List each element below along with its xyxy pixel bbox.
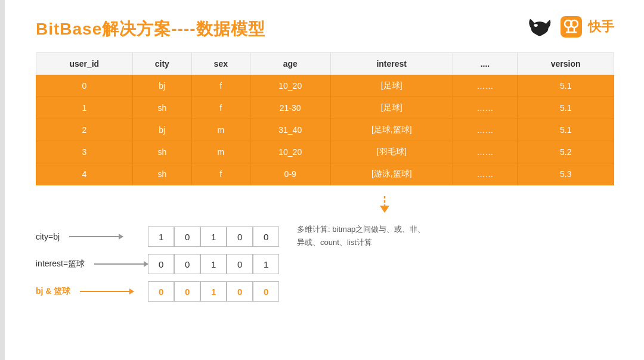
table-cell-r3-c1: sh	[132, 141, 191, 163]
table-cell-r1-c4: [足球]	[330, 97, 453, 119]
bitmap-row-0: 10100	[148, 223, 279, 250]
slide: BitBase解决方案----数据模型 快手 user_id city	[0, 0, 644, 360]
arrow-right-1	[94, 263, 148, 265]
bitmap-cell-r0-c4: 0	[253, 226, 279, 247]
arrow-right-0	[69, 236, 123, 237]
bitmap-column: 101000010100100	[148, 223, 279, 305]
table-row: 2bjm31_40[足球,篮球]……5.1	[36, 119, 614, 141]
table-cell-r1-c0: 1	[36, 97, 133, 119]
bitmap-cell-r0-c1: 0	[174, 226, 200, 247]
table-cell-r2-c2: m	[192, 119, 250, 141]
col-header-dots: ....	[453, 53, 518, 75]
table-row: 4shf0-9[游泳,篮球]……5.3	[36, 163, 614, 185]
labels-column: city=bjinterest=篮球bj & 篮球	[36, 223, 148, 305]
bitmap-cell-r1-c1: 0	[174, 254, 200, 274]
table-cell-r2-c1: bj	[132, 119, 191, 141]
kuaishou-icon	[561, 16, 582, 38]
bitmap-cell-r2-c0: 0	[148, 281, 174, 302]
col-header-version: version	[518, 53, 614, 75]
table-cell-r0-c0: 0	[36, 75, 133, 97]
table-cell-r3-c2: m	[192, 141, 250, 163]
col-header-interest: interest	[330, 53, 453, 75]
table-cell-r0-c2: f	[192, 75, 250, 97]
left-accent-bar	[0, 0, 5, 360]
table-cell-r0-c4: [足球]	[330, 75, 453, 97]
table-cell-r3-c6: 5.2	[518, 141, 614, 163]
bitmap-cell-r0-c0: 1	[148, 226, 174, 247]
arrow-down-icon	[375, 196, 394, 218]
table-row: 1shf21-30[足球]……5.1	[36, 97, 614, 119]
bottom-section: city=bjinterest=篮球bj & 篮球 10100001010010…	[36, 223, 614, 305]
note-text: 多维计算: bitmap之间做与、或、非、异或、count、list计算	[297, 223, 425, 249]
table-cell-r3-c3: 10_20	[250, 141, 330, 163]
table-cell-r0-c1: bj	[132, 75, 191, 97]
table-row: 0bjf10_20[足球]……5.1	[36, 75, 614, 97]
table-cell-r1-c1: sh	[132, 97, 191, 119]
label-row-0: city=bj	[36, 223, 148, 250]
table-cell-r2-c5: ……	[453, 119, 518, 141]
table-header-row: user_id city sex age interest .... versi…	[36, 53, 614, 75]
col-header-age: age	[250, 53, 330, 75]
table-cell-r4-c1: sh	[132, 163, 191, 185]
bitmap-cell-r2-c4: 0	[253, 281, 279, 302]
bitmap-cell-r1-c2: 1	[200, 254, 227, 274]
bitmap-cell-r1-c0: 0	[148, 254, 174, 274]
table-cell-r4-c6: 5.3	[518, 163, 614, 185]
label-row-2: bj & 篮球	[36, 278, 148, 305]
label-text-0: city=bj	[36, 232, 60, 241]
svg-marker-9	[380, 206, 389, 213]
label-row-1: interest=篮球	[36, 250, 148, 278]
table-row: 3shm10_20[羽毛球]……5.2	[36, 141, 614, 163]
bitmap-row-2: 00100	[148, 278, 279, 305]
table-cell-r2-c0: 2	[36, 119, 133, 141]
data-table: user_id city sex age interest .... versi…	[36, 52, 614, 185]
bitmap-cell-r0-c2: 1	[200, 226, 227, 247]
table-cell-r3-c0: 3	[36, 141, 133, 163]
label-text-2: bj & 篮球	[36, 286, 70, 297]
bitmap-cell-r1-c4: 1	[253, 254, 279, 274]
table-cell-r1-c3: 21-30	[250, 97, 330, 119]
table-cell-r4-c2: f	[192, 163, 250, 185]
note-column: 多维计算: bitmap之间做与、或、非、异或、count、list计算	[297, 223, 425, 249]
table-cell-r2-c6: 5.1	[518, 119, 614, 141]
table-cell-r0-c5: ……	[453, 75, 518, 97]
table-cell-r1-c5: ……	[453, 97, 518, 119]
table-cell-r3-c5: ……	[453, 141, 518, 163]
table-cell-r2-c3: 31_40	[250, 119, 330, 141]
table-cell-r1-c6: 5.1	[518, 97, 614, 119]
orca-icon	[525, 15, 555, 39]
bitmap-cell-r1-c3: 0	[227, 254, 253, 274]
svg-point-1	[534, 24, 537, 27]
table-cell-r2-c4: [足球,篮球]	[330, 119, 453, 141]
bitmap-row-1: 00101	[148, 250, 279, 278]
bitmap-cell-r2-c2: 1	[200, 281, 227, 302]
col-header-user_id: user_id	[36, 53, 133, 75]
table-cell-r4-c4: [游泳,篮球]	[330, 163, 453, 185]
label-text-1: interest=篮球	[36, 259, 85, 269]
logo-area: 快手	[525, 15, 614, 39]
table-cell-r4-c3: 0-9	[250, 163, 330, 185]
col-header-city: city	[132, 53, 191, 75]
table-cell-r0-c3: 10_20	[250, 75, 330, 97]
bitmap-cell-r2-c1: 0	[174, 281, 200, 302]
col-header-sex: sex	[192, 53, 250, 75]
bitmap-cell-r2-c3: 0	[227, 281, 253, 302]
table-cell-r4-c0: 4	[36, 163, 133, 185]
bitmap-cell-r0-c3: 0	[227, 226, 253, 247]
arrow-down-area	[36, 196, 614, 218]
table-cell-r4-c5: ……	[453, 163, 518, 185]
table-cell-r1-c2: f	[192, 97, 250, 119]
kuaishou-text: 快手	[588, 18, 614, 36]
table-cell-r0-c6: 5.1	[518, 75, 614, 97]
table-cell-r3-c4: [羽毛球]	[330, 141, 453, 163]
arrow-right-2	[80, 291, 134, 292]
